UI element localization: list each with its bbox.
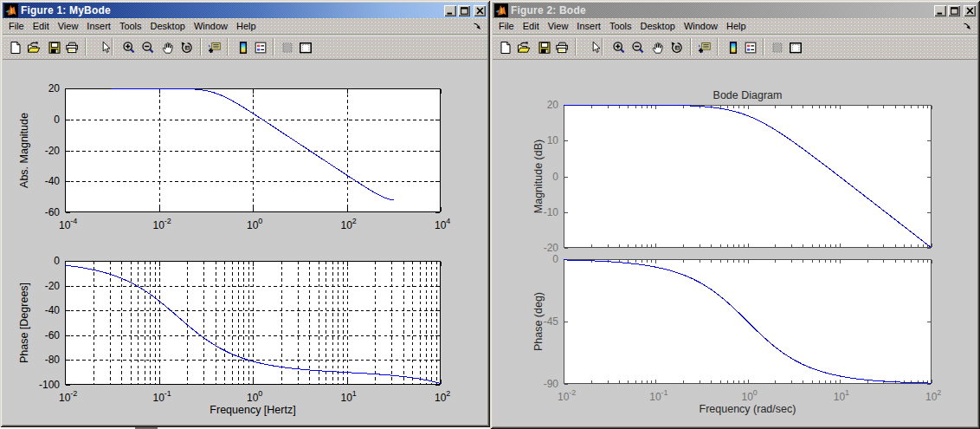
zoom-out-button[interactable] <box>629 38 647 56</box>
data-cursor-button[interactable] <box>695 38 713 56</box>
plot-background <box>564 105 932 248</box>
print-figure-button[interactable] <box>552 38 571 56</box>
x-tick-label: 10-4 <box>59 217 77 231</box>
figure2-plot-area: 20100-10-20Magnitude (dB)Bode Diagram0-4… <box>493 60 977 426</box>
toolbar-separator <box>200 38 202 55</box>
open-file-button[interactable] <box>24 38 42 56</box>
data-cursor-icon <box>698 41 712 55</box>
new-document-icon <box>499 41 513 55</box>
colorbar-icon <box>236 41 250 55</box>
figure1-plot-area: 200-20-40-6010-410-2100102104Abs. Magnit… <box>3 60 487 425</box>
toolbar <box>493 36 977 60</box>
y-tick-label: -20 <box>45 280 61 292</box>
chart-fig1-phase: 0-20-40-60-80-10010-210-1100101102Phase … <box>18 255 450 416</box>
close-icon <box>966 7 974 15</box>
show-plot-tools-button[interactable] <box>787 38 805 56</box>
menu-tools[interactable]: Tools <box>605 21 636 31</box>
menu-window[interactable]: Window <box>680 21 722 31</box>
dock-figure-icon[interactable] <box>963 22 971 30</box>
rotate-3d-icon <box>180 41 194 55</box>
pointer-icon <box>99 41 113 55</box>
insert-legend-button[interactable] <box>742 38 760 56</box>
pan-button[interactable] <box>159 38 177 56</box>
maximize-button[interactable] <box>458 5 470 16</box>
y-axis-label: Abs. Magnitude <box>18 113 30 188</box>
maximize-icon <box>461 7 468 15</box>
insert-colorbar-button[interactable] <box>725 38 743 56</box>
menu-edit[interactable]: Edit <box>29 21 54 31</box>
figure2-titlebar[interactable]: Figure 2: Bode <box>493 3 977 18</box>
menu-tools[interactable]: Tools <box>115 21 146 31</box>
data-cursor-icon <box>208 41 222 55</box>
figure2-canvas[interactable]: 20100-10-20Magnitude (dB)Bode Diagram0-4… <box>493 60 977 426</box>
hide-plot-tools-button[interactable] <box>278 38 296 56</box>
new-figure-button[interactable] <box>497 38 515 56</box>
menu-edit[interactable]: Edit <box>519 21 544 31</box>
close-button[interactable] <box>964 5 976 16</box>
y-tick-label: -40 <box>45 304 61 316</box>
data-cursor-button[interactable] <box>205 38 223 56</box>
x-tick-label: 102 <box>925 388 941 403</box>
menu-window[interactable]: Window <box>190 21 232 31</box>
y-tick-label: -60 <box>45 206 61 218</box>
insert-colorbar-button[interactable] <box>235 38 253 56</box>
open-file-button[interactable] <box>514 38 532 56</box>
menu-file[interactable]: File <box>494 21 519 31</box>
show-plot-tools-icon <box>789 41 803 55</box>
hide-plot-tools-button[interactable] <box>768 38 786 56</box>
matlab-logo-icon <box>494 3 508 17</box>
zoom-in-button[interactable] <box>119 38 138 56</box>
rotate-3d-button[interactable] <box>177 38 196 56</box>
menu-view[interactable]: View <box>544 21 573 31</box>
x-tick-label: 10-1 <box>649 388 667 403</box>
save-figure-button[interactable] <box>46 38 64 56</box>
show-plot-tools-button[interactable] <box>297 38 315 56</box>
minimize-button[interactable] <box>444 5 456 16</box>
print-figure-button[interactable] <box>62 38 81 56</box>
menu-help[interactable]: Help <box>722 21 751 31</box>
menu-desktop[interactable]: Desktop <box>636 21 680 31</box>
figure1-canvas[interactable]: 200-20-40-6010-410-2100102104Abs. Magnit… <box>3 60 487 425</box>
zoom-out-button[interactable] <box>139 38 157 56</box>
toolbar-separator <box>575 38 577 55</box>
y-tick-label: 0 <box>54 255 60 267</box>
chart-fig2-magnitude: 20100-10-20Magnitude (dB)Bode Diagram <box>532 89 932 254</box>
y-tick-label: -45 <box>544 315 559 328</box>
toolbar-separator <box>690 38 692 55</box>
window-title: Figure 2: Bode <box>511 4 586 16</box>
save-figure-button[interactable] <box>536 38 554 56</box>
menubar: File Edit View Insert Tools Desktop Wind… <box>3 18 487 35</box>
close-button[interactable] <box>474 5 486 16</box>
new-document-icon <box>9 41 23 55</box>
y-tick-label: -40 <box>45 175 61 187</box>
menu-file[interactable]: File <box>4 21 29 31</box>
x-tick-label: 102 <box>341 217 357 231</box>
chart-fig1-magnitude: 200-20-40-6010-410-2100102104Abs. Magnit… <box>18 82 450 231</box>
zoom-in-button[interactable] <box>609 38 628 56</box>
menu-help[interactable]: Help <box>232 21 261 31</box>
menu-insert[interactable]: Insert <box>572 21 605 31</box>
y-tick-label: 0 <box>552 253 558 265</box>
figure2-window: Figure 2: Bode File Edit View Insert Too… <box>490 0 980 429</box>
insert-legend-button[interactable] <box>252 38 270 56</box>
minimize-button[interactable] <box>934 5 946 16</box>
menu-insert[interactable]: Insert <box>82 21 115 31</box>
dock-figure-icon[interactable] <box>473 22 481 30</box>
save-floppy-icon <box>538 41 551 55</box>
rotate-3d-button[interactable] <box>667 38 686 56</box>
colorbar-icon <box>726 41 740 55</box>
hand-icon <box>651 41 665 55</box>
printer-icon <box>555 41 569 55</box>
menu-view[interactable]: View <box>54 21 83 31</box>
open-folder-icon <box>27 41 41 55</box>
maximize-button[interactable] <box>948 5 960 16</box>
toolbar-separator <box>763 38 764 55</box>
pan-button[interactable] <box>649 38 667 56</box>
figure1-titlebar[interactable]: Figure 1: MyBode <box>3 3 487 18</box>
x-tick-label: 10-1 <box>153 389 171 404</box>
x-tick-label: 101 <box>834 388 849 403</box>
menu-desktop[interactable]: Desktop <box>146 21 190 31</box>
x-axis-label: Frequency (rad/sec) <box>700 403 796 415</box>
new-figure-button[interactable] <box>7 38 25 56</box>
toolbar-separator <box>227 38 229 55</box>
